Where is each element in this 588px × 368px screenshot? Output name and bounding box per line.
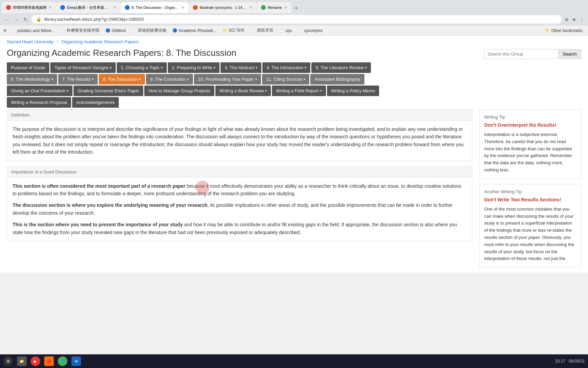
tab-label-discussion: 8. The Discussion - Organizing A... [132, 5, 179, 10]
search-input[interactable] [484, 49, 559, 59]
chevron-down-icon: ▾ [139, 77, 141, 81]
chevron-down-icon: ▾ [305, 66, 306, 70]
importance-para3: This is the section where you need to pr… [13, 221, 467, 236]
importance-body: This section is often considered the mos… [7, 178, 472, 241]
bookmark-stories[interactable]: 📄 讲道的故事比喻 [130, 27, 168, 34]
bookmark-gitmind[interactable]: 🔵 GitMind [103, 28, 128, 34]
translate-icon[interactable]: ⊕ [565, 17, 569, 22]
nav-annotated-bib[interactable]: Annotated Bibliography [310, 74, 364, 85]
importance-header: Importance of a Good Discussion [7, 167, 472, 178]
nav-acknowledgements[interactable]: Acknowledgements [72, 97, 119, 108]
nav-results[interactable]: 7. The Results ▾ [58, 74, 98, 85]
menu-icon[interactable]: ⋮ [580, 17, 585, 22]
importance-section: Importance of a Good Discussion This sec… [7, 166, 472, 241]
chevron-down-icon: ▾ [67, 89, 68, 93]
nav-research-proposal[interactable]: Writing a Research Proposal [7, 97, 71, 108]
importance-para2: The discussion section is where you expl… [13, 201, 467, 217]
chevron-down-icon: ▾ [265, 89, 267, 93]
chevron-down-icon: ▾ [256, 66, 257, 70]
nav-grading-paper[interactable]: Grading Someone Else's Paper [74, 86, 144, 96]
nav-group-projects[interactable]: How to Manage Group Projects [144, 86, 214, 96]
tab-label-synonyms: Illustrate synonyms - 1 144 Wor... [200, 5, 247, 10]
bookmark-synonyms-icon: 📄 [298, 28, 303, 33]
tab-bilibili[interactable]: 哔哩哔哩弹幕视频网 ✕ [2, 2, 56, 13]
nav-book-review[interactable]: Writing a Book Review ▾ [215, 86, 271, 96]
tab-filename[interactable]: filename ✕ [257, 2, 291, 13]
nav-field-report[interactable]: Writing a Field Report ▾ [272, 86, 326, 96]
chevron-down-icon: ▾ [214, 66, 215, 70]
breadcrumb-sep: / [57, 39, 58, 44]
new-tab-button[interactable]: + [292, 3, 301, 13]
definition-text: The purpose of the discussion is to inte… [13, 125, 467, 156]
nav-purpose-of-guide[interactable]: Purpose of Guide [7, 62, 49, 73]
sidebar: Writing Tip Don't Overinterpret the Resu… [479, 109, 581, 273]
nav-choosing-topic[interactable]: 1. Choosing a Topic ▾ [117, 62, 167, 73]
nav-policy-memo[interactable]: Writing a Policy Memo [327, 86, 379, 96]
bookmark-sci[interactable]: 📁 SCI 写作 [220, 27, 247, 34]
bookmark-clarivate[interactable]: 📄 科睿唯安在线学院 [59, 27, 101, 34]
bookmark-postdoc[interactable]: 📄 postdoc and fellow... [9, 28, 56, 34]
definition-body: The purpose of the discussion is to inte… [7, 121, 472, 161]
nav-proofreading[interactable]: 10. Proofreading Your Paper ▾ [194, 74, 261, 85]
bookmark-postdoc-icon: 📄 [11, 28, 16, 33]
breadcrumb-section[interactable]: Organizing Academic Research Papers [61, 39, 138, 44]
tab-favicon-discussion [125, 5, 130, 10]
search-area: Search [484, 49, 581, 59]
forward-button[interactable]: → [13, 16, 20, 23]
main-column: Definition The purpose of the discussion… [7, 109, 472, 273]
nav-conclusion[interactable]: 9. The Conclusion ▾ [146, 74, 193, 85]
tab-label-filename: filename [268, 5, 282, 10]
bookmark-spanish-icon: 📄 [251, 28, 256, 33]
page-title: Organizing Academic Research Papers: 8. … [7, 48, 484, 58]
tab-discussion[interactable]: 8. The Discussion - Organizing A... ✕ [121, 2, 189, 13]
bookmark-academic[interactable]: 🔵 Academic Phraseb... [170, 28, 218, 34]
bookmark-other[interactable]: 📁 Other bookmarks [543, 28, 585, 34]
tab-close-synonyms[interactable]: ✕ [249, 5, 252, 10]
bookmark-xps[interactable]: 📄 xps [277, 28, 294, 34]
nav-oral-presentation[interactable]: Giving an Oral Presentation ▾ [7, 86, 72, 96]
nav-types-research[interactable]: Types of Research Designs ▾ [50, 62, 116, 73]
tab-synonyms[interactable]: Illustrate synonyms - 1 144 Wor... ✕ [189, 2, 257, 13]
nav-introduction[interactable]: 4. The Introduction ▾ [262, 62, 310, 73]
bookmark-other-icon: 📁 [545, 28, 550, 33]
tab-bar: 哔哩哔哩弹幕视频网 ✕ DeepL翻译：全世界最准确的翻... ✕ 8. The… [0, 0, 588, 13]
chevron-down-icon: ▾ [110, 66, 112, 70]
tip1-body: Interpretation is a subjective exercise.… [484, 131, 576, 174]
refresh-button[interactable]: ↻ [22, 16, 29, 23]
chevron-down-icon: ▾ [187, 77, 189, 81]
tab-deepl[interactable]: DeepL翻译：全世界最准确的翻... ✕ [56, 2, 120, 13]
nav-methodology[interactable]: 6. The Methodology ▾ [7, 74, 57, 85]
bookmark-clarivate-icon: 📄 [61, 28, 65, 33]
bookmark-xps-icon: 📄 [279, 28, 284, 33]
address-bar-icons: ⊕ ★ ⋮ [565, 17, 585, 22]
tab-favicon-filename [261, 5, 266, 10]
nav-row-2: 6. The Methodology ▾ 7. The Results ▾ 8.… [7, 74, 581, 85]
nav-abstract[interactable]: 3. The Abstract ▾ [220, 62, 261, 73]
back-button[interactable]: ← [3, 16, 10, 23]
apps-icon[interactable]: ⊞ [3, 28, 6, 33]
chevron-down-icon: ▾ [51, 77, 53, 81]
tab-close-filename[interactable]: ✕ [284, 5, 287, 10]
url-text: library.sacredheart.edu/c.php?g=29803&p=… [44, 17, 557, 22]
bookmark-star-icon[interactable]: ★ [572, 17, 576, 22]
nav-discussion-active[interactable]: 8. The Discussion ▾ [99, 74, 145, 85]
tab-favicon-deepl [60, 5, 65, 10]
search-button[interactable]: Search [559, 49, 581, 59]
tip2-label: Another Writing Tip [484, 189, 576, 194]
tab-close-deepl[interactable]: ✕ [113, 5, 116, 10]
nav-preparing-write[interactable]: 2. Preparing to Write ▾ [168, 62, 219, 73]
chevron-down-icon: ▾ [161, 66, 163, 70]
chevron-down-icon: ▾ [92, 77, 94, 81]
breadcrumb-home[interactable]: Sacred Heart University [7, 39, 53, 44]
url-box[interactable]: 🔒 library.sacredheart.edu/c.php?g=29803&… [31, 15, 562, 24]
nav-literature-review[interactable]: 5. The Literature Review ▾ [311, 62, 371, 73]
bookmark-synonyms[interactable]: 📄 synonyms [296, 28, 325, 34]
tab-close-discussion[interactable]: ✕ [181, 5, 184, 10]
chevron-down-icon: ▾ [304, 77, 305, 81]
breadcrumb: Sacred Heart University / Organizing Aca… [0, 36, 588, 48]
writing-tip-1: Writing Tip Don't Overinterpret the Resu… [479, 109, 581, 179]
bookmark-spanish[interactable]: 📄 西班牙语 [249, 27, 275, 34]
tab-close-bilibili[interactable]: ✕ [49, 5, 52, 10]
nav-citing-sources[interactable]: 11. Citing Sources ▾ [262, 74, 309, 85]
tab-favicon-bilibili [6, 5, 11, 10]
